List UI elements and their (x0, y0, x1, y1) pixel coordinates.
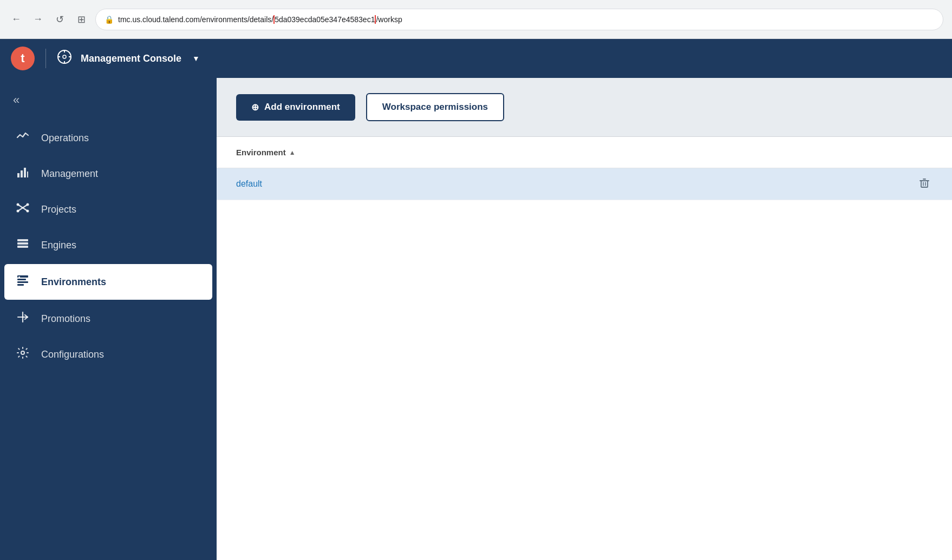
svg-rect-27 (921, 181, 928, 187)
configurations-icon (15, 346, 30, 363)
address-highlight: 5da039ecda05e347e4583ec1 (273, 15, 376, 24)
sort-arrow-icon: ▲ (289, 149, 296, 156)
back-button[interactable]: ← (9, 12, 24, 27)
svg-rect-18 (17, 246, 28, 248)
browser-bar: ← → ↺ ⊞ 🔒 tmc.us.cloud.talend.com/enviro… (0, 0, 952, 39)
sidebar-item-engines[interactable]: Engines (0, 227, 217, 263)
sidebar: « Operations (0, 78, 217, 560)
svg-rect-21 (17, 281, 28, 283)
svg-rect-9 (27, 172, 28, 177)
projects-icon (15, 201, 30, 218)
sidebar-label-promotions: Promotions (41, 313, 90, 325)
svg-rect-8 (24, 168, 26, 177)
table-area: Environment ▲ default (217, 137, 952, 560)
reload-icon: ↺ (56, 14, 64, 25)
svg-point-12 (17, 203, 19, 206)
promotions-icon (15, 311, 30, 327)
sidebar-label-configurations: Configurations (41, 349, 104, 360)
svg-point-26 (21, 351, 24, 354)
workspace-permissions-button[interactable]: Workspace permissions (366, 93, 504, 121)
add-environment-label: Add environment (264, 102, 340, 113)
svg-rect-22 (17, 284, 24, 286)
talend-logo: t (11, 47, 35, 70)
add-environment-button[interactable]: ⊕ Add environment (236, 94, 355, 121)
svg-rect-23 (18, 276, 20, 278)
sidebar-item-operations[interactable]: Operations (0, 120, 217, 156)
svg-point-14 (27, 203, 29, 206)
sidebar-item-projects[interactable]: Projects (0, 192, 217, 227)
main-area: « Operations (0, 78, 952, 560)
environment-column-header[interactable]: Environment ▲ (236, 148, 296, 157)
toolbar: ⊕ Add environment Workspace permissions (217, 78, 952, 137)
address-bar[interactable]: 🔒 tmc.us.cloud.talend.com/environments/d… (95, 9, 943, 30)
lock-icon: 🔒 (105, 15, 114, 24)
add-icon: ⊕ (251, 102, 259, 113)
reload-button[interactable]: ↺ (52, 12, 67, 27)
row-actions (916, 175, 933, 194)
svg-point-15 (17, 210, 19, 213)
nav-title: Management Console (81, 53, 181, 64)
back-icon: ← (11, 14, 21, 25)
svg-point-13 (27, 210, 29, 213)
collapse-icon: « (13, 93, 19, 107)
nav-divider (45, 49, 46, 68)
compass-icon (57, 49, 72, 68)
sidebar-label-engines: Engines (41, 240, 76, 251)
svg-rect-17 (17, 242, 28, 245)
address-text: tmc.us.cloud.talend.com/environments/det… (118, 15, 934, 24)
forward-button[interactable]: → (30, 12, 45, 27)
svg-point-1 (63, 55, 66, 58)
content-area: ⊕ Add environment Workspace permissions … (217, 78, 952, 560)
table-header: Environment ▲ (217, 137, 952, 168)
svg-rect-16 (17, 239, 28, 241)
workspace-permissions-label: Workspace permissions (382, 102, 488, 112)
grid-button[interactable]: ⊞ (74, 12, 89, 27)
sidebar-item-environments[interactable]: Environments (4, 264, 212, 300)
sidebar-item-promotions[interactable]: Promotions (0, 301, 217, 337)
table-row[interactable]: default (217, 168, 952, 200)
sidebar-item-management[interactable]: Management (0, 156, 217, 192)
trash-icon (918, 177, 930, 189)
app-container: t Management Console ▼ « (0, 39, 952, 560)
environments-icon (15, 274, 30, 290)
environment-name-link[interactable]: default (236, 179, 933, 189)
svg-rect-7 (21, 170, 23, 177)
sidebar-collapse-button[interactable]: « (0, 89, 217, 120)
forward-icon: → (33, 14, 43, 25)
environment-header-label: Environment (236, 148, 286, 157)
delete-button[interactable] (916, 175, 933, 194)
svg-rect-20 (17, 279, 26, 280)
sidebar-label-management: Management (41, 168, 98, 180)
engines-icon (15, 237, 30, 253)
operations-icon (15, 130, 30, 146)
sidebar-item-configurations[interactable]: Configurations (0, 337, 217, 372)
management-icon (15, 166, 30, 182)
nav-chevron[interactable]: ▼ (192, 54, 200, 63)
sidebar-label-projects: Projects (41, 204, 76, 215)
top-nav: t Management Console ▼ (0, 39, 952, 78)
sidebar-label-environments: Environments (41, 276, 106, 288)
grid-icon: ⊞ (77, 14, 86, 25)
sidebar-label-operations: Operations (41, 133, 89, 144)
svg-rect-6 (17, 173, 19, 177)
